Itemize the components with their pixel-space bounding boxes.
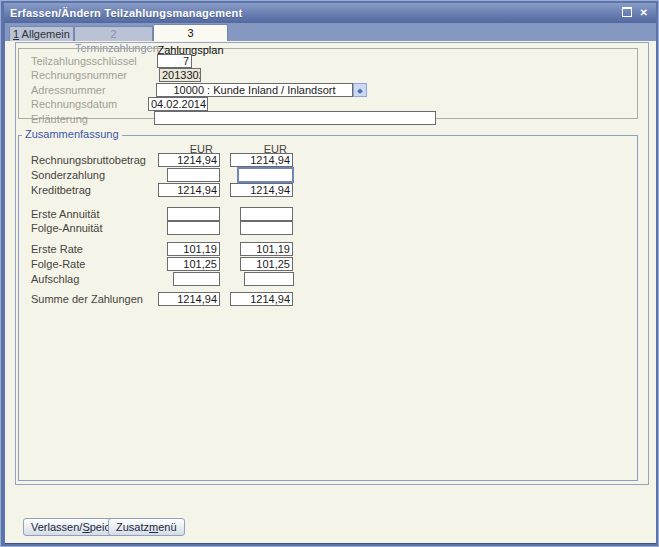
summe-der-zahlungen-label: Summe der Zahlungen	[31, 293, 143, 305]
window-title: Erfassen/Ändern Teilzahlungsmanagement	[4, 7, 242, 19]
summe-der-zahlungen-value-2[interactable]: 1214,94	[230, 292, 293, 306]
folge-annuitaet-value-2[interactable]	[240, 221, 293, 235]
erste-rate-value-1[interactable]: 101,19	[167, 242, 220, 256]
teilzahlungsschluessel-label: Teilzahlungsschlüssel	[31, 55, 137, 67]
adressnummer-spinner-button[interactable]: ◆	[353, 83, 367, 97]
aufschlag-value-2[interactable]	[244, 272, 294, 286]
close-icon[interactable]: ✕	[640, 8, 648, 18]
folge-annuitaet-value-1[interactable]	[167, 221, 220, 235]
rechnungsnummer-field[interactable]: 20133026	[159, 68, 201, 82]
adressnummer-label: Adressnummer	[31, 84, 106, 96]
restore-icon[interactable]	[622, 7, 632, 19]
folge-rate-value-1[interactable]: 101,25	[167, 257, 220, 271]
kreditbetrag-label: Kreditbetrag	[31, 184, 91, 196]
folge-rate-label: Folge-Rate	[31, 258, 85, 270]
folge-rate-value-2[interactable]: 101,25	[240, 257, 293, 271]
tab-zahlungsplan[interactable]: 3 Zahlungsplan	[153, 24, 228, 41]
dialog-window: Erfassen/Ändern Teilzahlungsmanagement ✕…	[0, 0, 659, 547]
rechnungsdatum-field[interactable]: 04.02.2014 /Di	[148, 97, 208, 111]
aufschlag-value-1[interactable]	[173, 272, 220, 286]
sonderzahlung-label: Sonderzahlung	[31, 169, 105, 181]
zusatzmenu-button[interactable]: Zusatzmenü	[108, 518, 185, 536]
erste-annuitaet-label: Erste Annuität	[31, 208, 100, 220]
spinner-icon: ◆	[357, 87, 362, 94]
zusammenfassung-group	[18, 135, 638, 481]
erste-rate-value-2[interactable]: 101,19	[240, 242, 293, 256]
erlaeuterung-field[interactable]	[154, 111, 436, 125]
zusammenfassung-legend: Zusammenfassung	[22, 128, 122, 140]
erlaeuterung-label: Erläuterung	[31, 113, 88, 125]
adressnummer-combo[interactable]: 10000 : Kunde Inland / Inlandsort	[156, 83, 353, 97]
rechnungsbruttobetrag-label: Rechnungsbruttobetrag	[31, 154, 146, 166]
rechnungsbruttobetrag-value-1[interactable]: 1214,94	[158, 153, 220, 167]
erste-annuitaet-value-2[interactable]	[240, 207, 293, 221]
tab-allgemein[interactable]: 1 Allgemein	[9, 26, 74, 41]
titlebar[interactable]: Erfassen/Ändern Teilzahlungsmanagement ✕	[4, 3, 656, 23]
erste-rate-label: Erste Rate	[31, 243, 83, 255]
summe-der-zahlungen-value-1[interactable]: 1214,94	[158, 292, 220, 306]
kreditbetrag-value-1[interactable]: 1214,94	[158, 183, 220, 197]
sonderzahlung-value-1[interactable]	[167, 168, 220, 182]
rechnungsbruttobetrag-value-2[interactable]: 1214,94	[230, 153, 293, 167]
kreditbetrag-value-2[interactable]: 1214,94	[230, 183, 293, 197]
rechnungsnummer-label: Rechnungsnummer	[31, 69, 127, 81]
aufschlag-label: Aufschlag	[31, 273, 79, 285]
tab-terminzahlungen[interactable]: 2 Terminzahlungen	[74, 26, 153, 41]
erste-annuitaet-value-1[interactable]	[167, 207, 220, 221]
sonderzahlung-value-2-focused[interactable]	[237, 167, 294, 183]
folge-annuitaet-label: Folge-Annuität	[31, 222, 103, 234]
rechnungsdatum-label: Rechnungsdatum	[31, 98, 117, 110]
